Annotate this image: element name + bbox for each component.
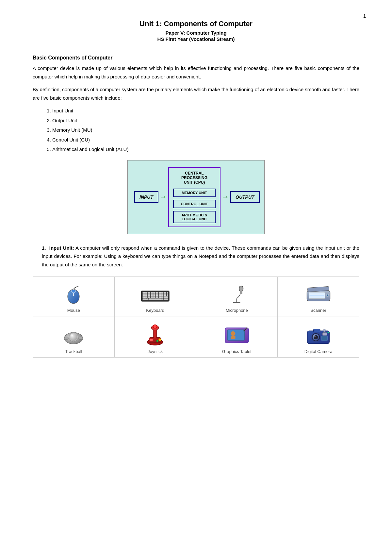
svg-rect-9 [151, 292, 153, 294]
device-row-1: Mouse [33, 277, 359, 316]
list-item-1: Input Unit [52, 107, 359, 115]
svg-rect-38 [161, 298, 164, 300]
device-cell-mouse: Mouse [33, 277, 115, 316]
scanner-icon [305, 286, 332, 304]
svg-point-62 [159, 339, 161, 341]
device-cell-keyboard: Keyboard [115, 277, 196, 316]
svg-rect-37 [149, 298, 161, 300]
svg-point-63 [156, 340, 158, 342]
alu-block: ARITHMETIC &LOGICAL UNIT [173, 211, 216, 223]
svg-rect-20 [153, 294, 155, 296]
device-cell-graphics-tablet: Graphics Tablet [196, 316, 278, 357]
svg-point-53 [71, 334, 73, 336]
graphics-tablet-icon [224, 326, 250, 345]
cpu-center-block: CENTRAL PROCESSINGUNIT (CPU) MEMORY UNIT… [168, 167, 220, 227]
device-cell-trackball: Trackball [33, 316, 115, 357]
input-unit-text: A computer will only respond when a comm… [42, 245, 359, 267]
svg-rect-19 [151, 294, 153, 296]
svg-rect-25 [167, 294, 168, 296]
input-unit-number: 1. [42, 245, 49, 251]
device-cell-digital-camera: Digital Camera [278, 316, 359, 357]
svg-rect-8 [148, 292, 150, 294]
trackball-icon [62, 326, 85, 345]
svg-point-75 [314, 335, 318, 339]
svg-rect-33 [161, 296, 164, 298]
svg-rect-61 [150, 339, 153, 341]
svg-rect-22 [159, 294, 161, 296]
svg-point-43 [240, 286, 243, 291]
svg-rect-54 [64, 337, 68, 339]
device-cell-microphone: Microphone [196, 277, 278, 316]
cpu-title: CENTRAL PROCESSINGUNIT (CPU) [173, 171, 215, 185]
components-list: Input Unit Output Unit Memory Unit (MU) … [52, 107, 359, 154]
list-item-3: Memory Unit (MU) [52, 126, 359, 134]
svg-rect-31 [156, 296, 158, 298]
diagram-box: INPUT → CENTRAL PROCESSINGUNIT (CPU) MEM… [127, 160, 265, 234]
joystick-icon [145, 322, 165, 345]
svg-rect-34 [164, 296, 168, 298]
list-item-4: Control Unit (CU) [52, 136, 359, 144]
svg-rect-12 [159, 292, 161, 294]
svg-rect-21 [156, 294, 158, 296]
svg-rect-13 [161, 292, 164, 294]
trackball-label: Trackball [65, 349, 82, 354]
svg-rect-23 [161, 294, 164, 296]
header-section: Unit 1: Components of Computer Paper V: … [33, 20, 359, 42]
svg-rect-72 [314, 329, 320, 332]
svg-point-60 [153, 325, 157, 328]
svg-rect-32 [159, 296, 161, 298]
svg-rect-36 [146, 298, 149, 300]
page-number: 1 [363, 13, 366, 19]
digital-camera-icon [306, 327, 331, 345]
svg-rect-18 [148, 294, 150, 296]
graphics-tablet-label: Graphics Tablet [222, 349, 252, 354]
device-cell-joystick: Joystick [115, 316, 196, 357]
svg-rect-77 [323, 332, 327, 335]
device-cell-scanner: Scanner [278, 277, 359, 316]
cpu-diagram: INPUT → CENTRAL PROCESSINGUNIT (CPU) MEM… [33, 160, 359, 234]
svg-rect-29 [151, 296, 153, 298]
svg-rect-28 [148, 296, 150, 298]
svg-rect-16 [143, 294, 145, 296]
svg-rect-30 [153, 296, 155, 298]
diagram-output-label: OUTPUT [230, 191, 260, 203]
svg-rect-24 [164, 294, 166, 296]
svg-rect-10 [153, 292, 155, 294]
svg-rect-66 [228, 330, 244, 340]
svg-rect-27 [145, 296, 148, 298]
svg-rect-79 [321, 336, 328, 341]
microphone-label: Microphone [226, 308, 248, 313]
svg-rect-6 [143, 292, 145, 294]
keyboard-label: Keyboard [146, 308, 164, 313]
input-unit-label: Input Unit: [49, 245, 74, 251]
input-unit-section: 1. Input Unit: A computer will only resp… [33, 244, 359, 269]
keyboard-icon [140, 288, 170, 304]
joystick-label: Joystick [148, 349, 163, 354]
input-unit-para: 1. Input Unit: A computer will only resp… [42, 244, 359, 269]
svg-rect-44 [240, 291, 242, 294]
svg-rect-47 [309, 292, 325, 299]
arrow-right-2: → [222, 193, 229, 201]
main-title: Unit 1: Components of Computer [33, 20, 359, 28]
sub-title-1: Paper V: Computer Typing [33, 30, 359, 36]
mouse-icon [62, 286, 85, 304]
svg-rect-26 [143, 296, 145, 298]
memory-unit-block: MEMORY UNIT [173, 189, 216, 197]
svg-rect-14 [164, 292, 166, 294]
intro-para-1: A computer device is made up of various … [33, 64, 359, 81]
scanner-label: Scanner [310, 308, 326, 313]
diagram-input-label: INPUT [134, 191, 158, 203]
section-heading-basic: Basic Components of Computer [33, 55, 359, 61]
svg-rect-17 [145, 294, 148, 296]
device-row-2: Trackball [33, 316, 359, 357]
svg-rect-68 [231, 336, 235, 339]
intro-para-2: By definition, components of a computer … [33, 85, 359, 102]
svg-rect-11 [156, 292, 158, 294]
svg-rect-35 [143, 298, 146, 300]
svg-point-2 [72, 290, 75, 293]
svg-point-52 [70, 333, 77, 341]
arrow-right-1: → [160, 193, 167, 201]
control-unit-block: CONTROL UNIT [173, 200, 216, 208]
svg-rect-7 [145, 292, 148, 294]
svg-point-78 [323, 329, 326, 332]
